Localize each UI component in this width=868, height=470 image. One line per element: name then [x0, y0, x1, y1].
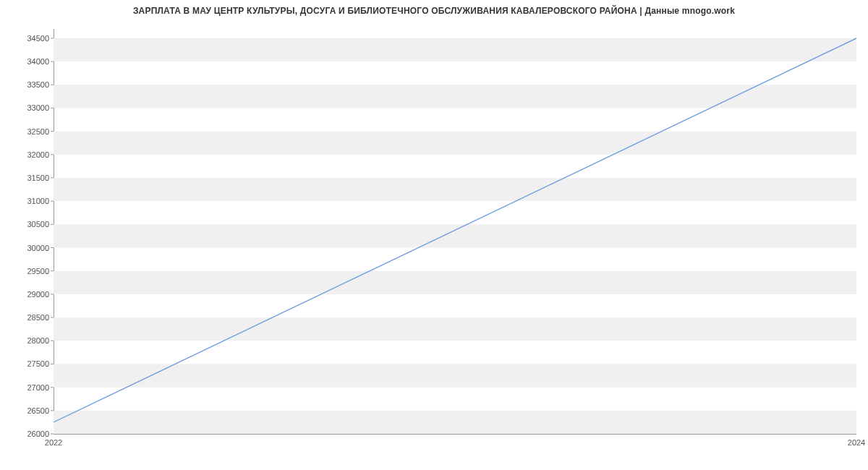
- line-svg: [54, 29, 856, 434]
- chart-container: ЗАРПЛАТА В МАУ ЦЕНТР КУЛЬТУРЫ, ДОСУГА И …: [0, 0, 868, 470]
- y-tick-label: 29500: [6, 267, 49, 275]
- y-tick-label: 34500: [6, 34, 49, 43]
- plot-area: [54, 29, 856, 434]
- y-tick-label: 27500: [6, 359, 49, 368]
- y-tick-label: 30000: [6, 244, 49, 252]
- y-tick-label: 33000: [6, 103, 49, 112]
- chart-title: ЗАРПЛАТА В МАУ ЦЕНТР КУЛЬТУРЫ, ДОСУГА И …: [0, 6, 868, 16]
- x-tick-label: 2022: [45, 438, 62, 447]
- x-axis-line: [54, 434, 856, 435]
- y-tick-label: 29000: [6, 290, 49, 299]
- y-tick-label: 31000: [6, 197, 49, 205]
- y-tick-label: 32500: [6, 127, 49, 136]
- y-tick-label: 32000: [6, 150, 49, 159]
- y-tick-label: 26000: [6, 430, 49, 438]
- x-tick-label: 2024: [848, 438, 865, 447]
- y-tick-label: 26500: [6, 406, 49, 415]
- y-tick-label: 27000: [6, 383, 49, 392]
- y-tick-label: 28500: [6, 313, 49, 322]
- y-tick-label: 33500: [6, 80, 49, 89]
- y-tick-label: 28000: [6, 336, 49, 345]
- y-tick-label: 31500: [6, 174, 49, 182]
- y-tick-label: 34000: [6, 57, 49, 66]
- data-line: [54, 38, 856, 422]
- y-tick-label: 30500: [6, 220, 49, 228]
